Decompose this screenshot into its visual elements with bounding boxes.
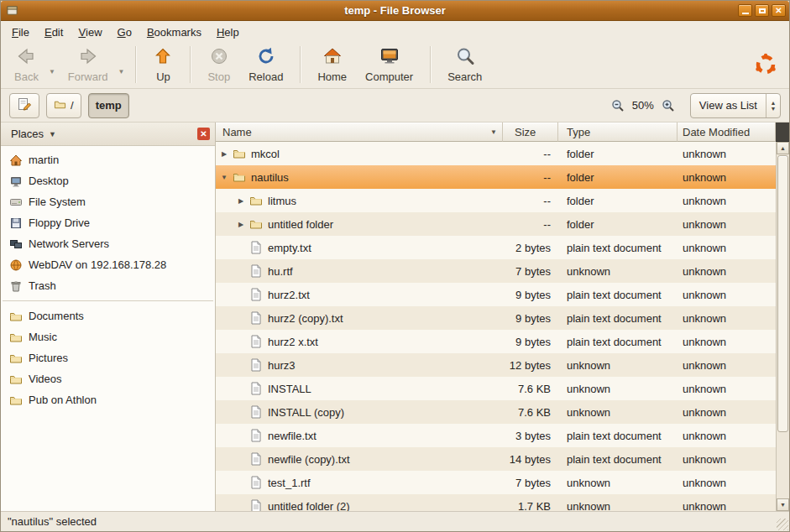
table-row[interactable]: hurz2 (copy).txt9 bytesplain text docume…: [216, 306, 776, 330]
maximize-button[interactable]: [755, 4, 769, 17]
sidebar-separator: [3, 300, 213, 301]
table-row[interactable]: newfile.txt3 bytesplain text documentunk…: [216, 424, 776, 447]
drive-icon: [9, 196, 23, 209]
table-row[interactable]: test_1.rtf7 bytesunknownunknown: [216, 471, 776, 494]
path-button-current[interactable]: temp: [88, 93, 129, 118]
sidebar-item-martin[interactable]: martin: [1, 149, 215, 170]
column-header-name[interactable]: Name ▼: [216, 123, 503, 142]
minimize-button[interactable]: [738, 4, 752, 17]
search-button[interactable]: Search: [439, 43, 490, 86]
name-cell: INSTALL (copy): [216, 405, 503, 419]
scroll-up-icon[interactable]: ▲: [777, 142, 789, 154]
scroll-down-icon[interactable]: ▼: [777, 498, 789, 511]
menu-go[interactable]: Go: [110, 21, 139, 43]
menu-bookmarks[interactable]: Bookmarks: [139, 21, 209, 43]
table-row[interactable]: untitled folder (2)1.7 KBunknownunknown: [216, 494, 776, 511]
vertical-scrollbar[interactable]: ▲ ▼: [776, 142, 789, 511]
sidebar-item-documents[interactable]: Documents: [1, 305, 215, 326]
home-button[interactable]: Home: [309, 43, 355, 86]
forward-button[interactable]: Forward: [60, 43, 117, 86]
collapse-expander-icon[interactable]: ▼: [218, 174, 230, 181]
table-row[interactable]: INSTALL7.6 KBunknownunknown: [216, 377, 776, 400]
expand-expander-icon[interactable]: ▶: [235, 221, 247, 228]
places-selector-button[interactable]: Places ▼: [4, 125, 63, 143]
menu-view[interactable]: View: [71, 21, 109, 43]
menu-help[interactable]: Help: [209, 21, 247, 43]
text-file-icon: [249, 382, 263, 395]
name-cell: hu.rtf: [216, 264, 503, 278]
back-button[interactable]: Back: [6, 43, 47, 86]
sidebar-item-videos[interactable]: Videos: [1, 368, 215, 389]
name-cell: newfile.txt: [216, 429, 503, 442]
zoom-in-icon[interactable]: [662, 99, 675, 112]
column-header-date-modified[interactable]: Date Modified: [678, 123, 776, 142]
file-date-modified: unknown: [678, 383, 776, 395]
menu-edit[interactable]: Edit: [37, 21, 71, 43]
back-dropdown-icon[interactable]: ▼: [49, 55, 58, 76]
file-date-modified: unknown: [678, 289, 776, 301]
sidebar-item-label: Documents: [29, 310, 84, 322]
table-row[interactable]: hurz312 bytesunknownunknown: [216, 353, 776, 377]
path-button-root[interactable]: /: [46, 93, 81, 118]
table-row[interactable]: hurz2.txt9 bytesplain text documentunkno…: [216, 283, 776, 306]
view-mode-dropdown[interactable]: View as List ▲▼: [690, 93, 781, 118]
forward-dropdown-icon[interactable]: ▼: [118, 55, 128, 76]
sidebar-item-webdav-on-192-168-178-28[interactable]: WebDAV on 192.168.178.28: [1, 254, 215, 275]
file-name: hu.rtf: [268, 265, 293, 278]
name-cell: hurz3: [216, 358, 503, 372]
table-row[interactable]: ▶litmus--folderunknown: [216, 189, 776, 212]
scrollbar-thumb[interactable]: [777, 155, 788, 432]
network-icon: [9, 237, 23, 251]
table-row[interactable]: ▼nautilus--folderunknown: [216, 165, 776, 189]
toggle-location-entry-button[interactable]: [9, 93, 39, 118]
toolbar-separator: [135, 46, 136, 83]
file-name: untitled folder (2): [268, 500, 350, 512]
throbber-icon: [754, 53, 777, 76]
file-list-body: ▶mkcol--folderunknown▼nautilus--folderun…: [216, 142, 776, 511]
sidebar-item-pub-on-athlon[interactable]: Pub on Athlon: [1, 389, 215, 410]
sidebar-item-label: File System: [29, 196, 86, 208]
edit-location-icon: [17, 96, 32, 114]
sidebar-item-floppy-drive[interactable]: Floppy Drive: [1, 212, 215, 233]
name-cell: INSTALL: [216, 382, 503, 395]
table-row[interactable]: hurz2 x.txt9 bytesplain text documentunk…: [216, 330, 776, 353]
sidebar-item-pictures[interactable]: Pictures: [1, 347, 215, 368]
name-cell: hurz2.txt: [216, 288, 503, 301]
sidebar-close-button[interactable]: ✕: [197, 128, 210, 140]
sidebar-item-desktop[interactable]: Desktop: [1, 170, 215, 191]
file-name: hurz2 (copy).txt: [268, 312, 343, 325]
file-date-modified: unknown: [678, 500, 776, 512]
close-button[interactable]: ✕: [772, 4, 786, 17]
table-row[interactable]: ▶untitled folder--folderunknown: [216, 212, 776, 236]
toolbar-separator: [300, 46, 301, 83]
sidebar-item-label: Music: [29, 331, 57, 343]
computer-button[interactable]: Computer: [357, 43, 421, 86]
column-header-size[interactable]: Size: [503, 123, 558, 142]
up-button[interactable]: Up: [144, 43, 181, 86]
table-row[interactable]: INSTALL (copy)7.6 KBunknownunknown: [216, 400, 776, 424]
sidebar-item-trash[interactable]: Trash: [1, 275, 215, 296]
home-icon: [322, 46, 343, 69]
table-row[interactable]: ▶mkcol--folderunknown: [216, 142, 776, 165]
file-size: 9 bytes: [503, 312, 558, 325]
minimize-icon: [742, 13, 749, 14]
table-row[interactable]: hu.rtf7 bytesunknownunknown: [216, 259, 776, 283]
sidebar-item-network-servers[interactable]: Network Servers: [1, 233, 215, 254]
sidebar-item-label: Network Servers: [29, 237, 109, 250]
folder-icon: [249, 217, 263, 231]
table-row[interactable]: empty.txt2 bytesplain text documentunkno…: [216, 236, 776, 259]
stop-button[interactable]: Stop: [199, 43, 238, 86]
sidebar-item-file-system[interactable]: File System: [1, 191, 215, 212]
table-row[interactable]: newfile (copy).txt14 bytesplain text doc…: [216, 447, 776, 471]
file-type: plain text document: [558, 453, 678, 466]
name-cell: ▶litmus: [216, 194, 503, 207]
titlebar: temp - File Browser ✕: [1, 1, 789, 21]
column-header-type[interactable]: Type: [558, 123, 678, 142]
zoom-out-icon[interactable]: [611, 99, 625, 112]
expand-expander-icon[interactable]: ▶: [235, 197, 247, 205]
reload-button[interactable]: Reload: [240, 43, 291, 86]
expand-expander-icon[interactable]: ▶: [218, 150, 230, 158]
sidebar-item-music[interactable]: Music: [1, 326, 215, 347]
menu-file[interactable]: File: [4, 21, 37, 43]
resize-grip[interactable]: [777, 519, 788, 530]
